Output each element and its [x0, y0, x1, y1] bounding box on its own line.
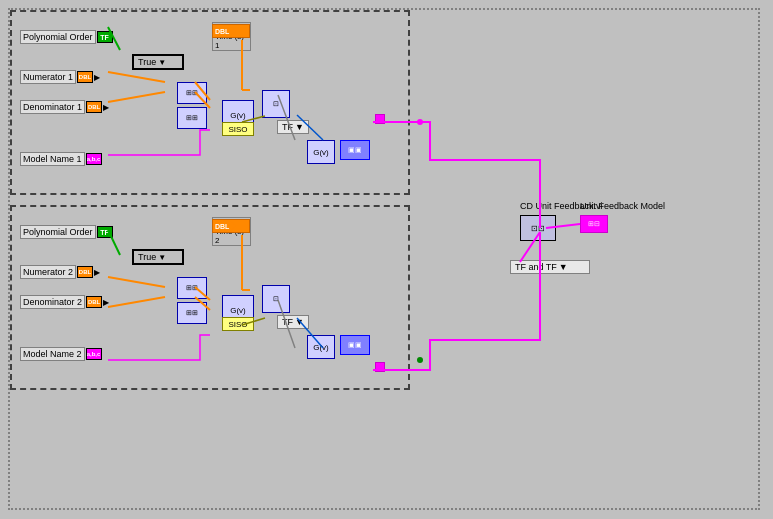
unit-feedback-terminal[interactable]: ⊞⊟ [580, 215, 608, 233]
pink-terminal-top [375, 114, 385, 124]
numerator1-label: Numerator 1 [20, 70, 76, 84]
sampling-dbl-text-top: DBL [215, 28, 229, 35]
build-array-bottom-1[interactable]: ⊞⊞ [177, 277, 207, 299]
numerator2[interactable]: Numerator 2 DBL ▶ [20, 265, 100, 279]
display-top[interactable]: ▣▣ [340, 140, 370, 160]
polynomial-order-bottom[interactable]: Polynomial Order TF [20, 225, 113, 239]
connector-top-center[interactable]: ⊡ [262, 90, 290, 118]
siso-bottom[interactable]: SISO [222, 317, 254, 331]
build-array-top-1[interactable]: ⊞⊞ [177, 82, 207, 104]
tf-label-top: TF [282, 122, 293, 132]
numerator1-terminal: DBL [77, 71, 93, 83]
siso-label-top: SISO [228, 125, 247, 134]
polynomial-order-label-bottom: Polynomial Order [20, 225, 96, 239]
sampling-time1-dbl[interactable]: DBL [212, 24, 250, 38]
build-array-blocks-bottom: ⊞⊞ ⊞⊞ [177, 277, 207, 324]
model-name1-label: Model Name 1 [20, 152, 85, 166]
gv-block-top-right[interactable]: G(v) [307, 140, 335, 164]
numerator2-terminal: DBL [77, 266, 93, 278]
siso-top[interactable]: SISO [222, 122, 254, 136]
denominator2-terminal: DBL [86, 296, 102, 308]
true-selector-top[interactable]: True ▼ [132, 54, 184, 70]
model-name2-label: Model Name 2 [20, 347, 85, 361]
display-bottom[interactable]: ▣▣ [340, 335, 370, 355]
polynomial-order-terminal-top: TF [97, 31, 113, 43]
build-array-top-2[interactable]: ⊞⊞ [177, 107, 207, 129]
model-name2-terminal: a,b,c [86, 348, 102, 360]
cd-unit-block[interactable]: ⊡⊡ [520, 215, 556, 241]
gv-label-bottom-left: G(v) [230, 306, 246, 315]
bottom-subframe: Polynomial Order TF Numerator 2 DBL ▶ De… [10, 205, 410, 390]
gv-label-top-right: G(v) [313, 148, 329, 157]
true-label-top: True [138, 57, 156, 67]
numerator1[interactable]: Numerator 1 DBL ▶ [20, 70, 100, 84]
true-label-bottom: True [138, 252, 156, 262]
gv-label-top-left: G(v) [230, 111, 246, 120]
true-arrow-bottom: ▼ [158, 253, 166, 262]
tf-dropdown-bottom[interactable]: TF ▼ [277, 315, 309, 329]
tf-and-tf-dropdown[interactable]: TF and TF ▼ [510, 260, 590, 274]
tf-and-tf-label: TF and TF [515, 262, 557, 272]
model-name1[interactable]: Model Name 1 a,b,c [20, 152, 102, 166]
unit-feedback-label: Unit Feedback Model [580, 201, 665, 211]
denominator2[interactable]: Denominator 2 DBL ▶ [20, 295, 109, 309]
denominator1-label: Denominator 1 [20, 100, 85, 114]
siso-label-bottom: SISO [228, 320, 247, 329]
polynomial-order-label-top: Polynomial Order [20, 30, 96, 44]
true-selector-bottom[interactable]: True ▼ [132, 249, 184, 265]
build-array-blocks-top: ⊞⊞ ⊞⊞ [177, 82, 207, 129]
canvas: Polynomial Order TF Numerator 1 DBL ▶ De… [0, 0, 773, 519]
polynomial-order-top[interactable]: Polynomial Order TF [20, 30, 113, 44]
true-arrow-top: ▼ [158, 58, 166, 67]
sampling-time2-container: Sampling Time (s) 2 DBL [212, 217, 250, 231]
denominator1[interactable]: Denominator 1 DBL ▶ [20, 100, 109, 114]
pink-terminal-bottom [375, 362, 385, 372]
tf-label-bottom: TF [282, 317, 293, 327]
model-name1-terminal: a,b,c [86, 153, 102, 165]
denominator1-terminal: DBL [86, 101, 102, 113]
sampling-dbl-text-bottom: DBL [215, 223, 229, 230]
sampling-time2-dbl[interactable]: DBL [212, 219, 250, 233]
tf-dropdown-top[interactable]: TF ▼ [277, 120, 309, 134]
polynomial-order-terminal-bottom: TF [97, 226, 113, 238]
build-array-bottom-2[interactable]: ⊞⊞ [177, 302, 207, 324]
connector-bottom-center[interactable]: ⊡ [262, 285, 290, 313]
sampling-dbl-arrow-bottom [230, 221, 236, 231]
gv-label-bottom-right: G(v) [313, 343, 329, 352]
sampling-dbl-arrow-top [230, 26, 236, 36]
model-name2[interactable]: Model Name 2 a,b,c [20, 347, 102, 361]
numerator2-label: Numerator 2 [20, 265, 76, 279]
denominator2-label: Denominator 2 [20, 295, 85, 309]
gv-block-bottom-right[interactable]: G(v) [307, 335, 335, 359]
sampling-time1-container: Sampling Time (s) 1 DBL [212, 22, 250, 36]
top-subframe: Polynomial Order TF Numerator 1 DBL ▶ De… [10, 10, 410, 195]
